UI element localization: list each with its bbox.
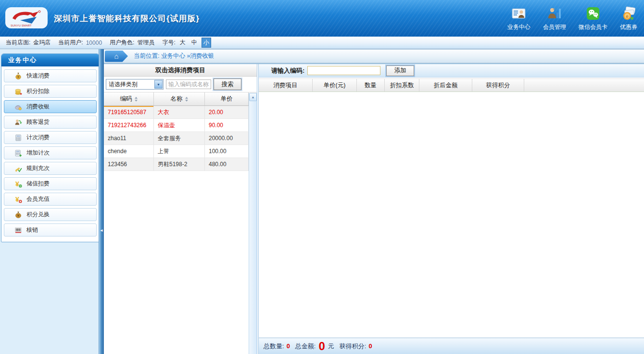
font-size-large-button[interactable]: 大 xyxy=(178,38,187,47)
add-button[interactable]: 添加 xyxy=(386,66,414,76)
company-logo-icon: SUNYU SMART xyxy=(5,7,48,30)
column-header-code[interactable]: 编码 xyxy=(104,92,154,105)
cell-code: 123456 xyxy=(104,158,154,171)
product-search-input[interactable] xyxy=(166,79,211,89)
sidebar-item-verify[interactable]: 核销 xyxy=(4,223,97,236)
column-header-price[interactable]: 单价 xyxy=(205,92,249,105)
barcode-icon xyxy=(14,226,22,234)
sidebar-item-label: 会员充值 xyxy=(26,195,50,203)
search-button[interactable]: 搜索 xyxy=(214,79,241,90)
column-header-name[interactable]: 名称 xyxy=(154,92,205,105)
column-header-spacer xyxy=(524,79,644,92)
column-header-points: 获得积分 xyxy=(472,79,524,92)
nav-business-center[interactable]: 业务中心 xyxy=(507,5,530,31)
sidebar-item-add-count[interactable]: 增加计次 xyxy=(4,146,97,159)
sidebar-item-label: 储值扣费 xyxy=(26,180,50,188)
brand: SUNYU SMART 深圳市上誉智能科技有限公司{试用版} xyxy=(5,7,200,30)
yen-recharge-icon: ¥ xyxy=(14,196,22,203)
sidebar-item-member-recharge[interactable]: ¥ 会员充值 xyxy=(4,193,97,206)
product-panel: 双击选择消费项目 请选择类别 ▼ 搜索 编码 xyxy=(104,64,257,354)
cashier-icon xyxy=(14,103,22,111)
cell-name: 保温壶 xyxy=(154,119,205,132)
top-nav: 业务中心 会员管理 xyxy=(507,5,637,31)
sidebar-item-stored-value-deduct[interactable]: ¥ 储值扣费 xyxy=(4,177,97,190)
nav-wechat-card[interactable]: 微信会员卡 xyxy=(579,5,607,31)
cell-code: chende xyxy=(104,145,154,158)
category-select-value: 请选择类别 xyxy=(109,80,138,89)
calculator-plus-icon xyxy=(14,149,22,157)
nav-coupon[interactable]: e 优惠券 xyxy=(620,5,637,31)
sidebar-menu: ¥ 快速消费 积分扣除 消费收银 顾客退货 xyxy=(1,66,99,236)
chevron-down-icon: ▼ xyxy=(154,80,163,89)
store-label: 当前店面: xyxy=(6,39,30,47)
customer-return-icon xyxy=(14,118,22,126)
earned-points-value: 0 xyxy=(368,342,372,350)
earned-points-label: 获得积分: xyxy=(340,342,366,351)
sidebar-item-points-deduct[interactable]: 积分扣除 xyxy=(4,85,97,98)
wechat-card-icon xyxy=(585,5,601,22)
svg-text:¥: ¥ xyxy=(17,214,19,217)
sidebar-item-label: 消费收银 xyxy=(26,103,50,111)
product-table-header: 编码 名称 单价 xyxy=(104,92,249,106)
nav-member-management[interactable]: 会员管理 xyxy=(543,5,566,31)
member-management-icon xyxy=(546,5,563,22)
column-label: 单价 xyxy=(221,95,233,103)
table-row[interactable]: 123456 男鞋5198-2 480.00 xyxy=(104,158,249,171)
cell-price: 20.00 xyxy=(205,106,249,119)
vertical-scrollbar[interactable]: ▲ xyxy=(249,93,257,354)
sidebar-item-points-exchange[interactable]: ¥ 积分兑换 xyxy=(4,208,97,221)
table-row[interactable]: 719212743266 保温壶 90.00 xyxy=(104,119,249,132)
total-amount-unit: 元 xyxy=(328,342,334,351)
cell-name: 全套服务 xyxy=(154,132,205,145)
sidebar-item-count-consume[interactable]: 计次消费 xyxy=(4,131,97,144)
font-size-small-button[interactable]: 小 xyxy=(202,38,211,48)
cell-name: 大衣 xyxy=(154,106,205,119)
column-label: 名称 xyxy=(171,95,183,103)
cell-price: 480.00 xyxy=(205,158,249,171)
cell-name: 男鞋5198-2 xyxy=(154,158,205,171)
total-amount-label: 总金额: xyxy=(295,342,316,351)
column-header-item: 消费项目 xyxy=(259,79,313,92)
product-table-empty-area xyxy=(104,171,257,354)
sidebar-item-quick-consume[interactable]: ¥ 快速消费 xyxy=(4,69,97,82)
svg-text:¥: ¥ xyxy=(15,180,19,188)
points-exchange-icon: ¥ xyxy=(14,211,22,219)
cell-name: 上誉 xyxy=(154,145,205,158)
nav-label: 微信会员卡 xyxy=(579,23,607,31)
column-label: 编码 xyxy=(120,95,132,103)
table-row[interactable]: zhao11 全套服务 20000.00 xyxy=(104,132,249,145)
scroll-up-button[interactable]: ▲ xyxy=(249,93,257,101)
svg-text:SUNYU SMART: SUNYU SMART xyxy=(11,24,32,27)
cart-table-empty-area xyxy=(259,92,644,338)
sidebar-item-rule-recharge[interactable]: 规则充次 xyxy=(4,162,97,175)
column-header-discounted-amount: 折后金额 xyxy=(419,79,472,92)
cell-price: 20000.00 xyxy=(205,132,249,145)
sidebar-item-label: 增加计次 xyxy=(26,149,50,157)
calculator-icon xyxy=(14,134,22,142)
sort-icon xyxy=(135,97,138,102)
sidebar-item-label: 顾客退货 xyxy=(26,118,50,126)
column-header-discount: 折扣系数 xyxy=(385,79,419,92)
page-title: 深圳市上誉智能科技有限公司{试用版} xyxy=(54,13,200,24)
sidebar-item-customer-return[interactable]: 顾客退货 xyxy=(4,116,97,129)
sidebar: 业务中心 ¥ 快速消费 积分扣除 消费收银 xyxy=(0,49,104,354)
main-content: ⌂ 当前位置: 业务中心 »消费收银 双击选择消费项目 请选择类别 ▼ 搜索 xyxy=(104,49,644,354)
font-size-medium-button[interactable]: 中 xyxy=(190,38,199,47)
table-row[interactable]: 719165120587 大衣 20.00 xyxy=(104,106,249,119)
code-input[interactable] xyxy=(307,66,380,75)
svg-text:¥: ¥ xyxy=(15,196,19,203)
product-filter-bar: 请选择类别 ▼ 搜索 xyxy=(104,77,257,92)
sort-icon xyxy=(185,97,188,102)
sidebar-item-cashier[interactable]: 消费收银 xyxy=(4,100,97,113)
category-select[interactable]: 请选择类别 ▼ xyxy=(106,79,164,90)
body: 业务中心 ¥ 快速消费 积分扣除 消费收银 xyxy=(0,49,644,354)
table-row[interactable]: chende 上誉 100.00 xyxy=(104,145,249,158)
sidebar-item-label: 积分兑换 xyxy=(26,210,50,219)
total-qty-value: 0 xyxy=(287,342,290,350)
column-header-quantity: 数量 xyxy=(357,79,385,92)
breadcrumb: ⌂ 当前位置: 业务中心 »消费收银 xyxy=(104,49,644,64)
sidebar-collapse-bar[interactable]: ◄ xyxy=(99,49,104,354)
sidebar-item-label: 计次消费 xyxy=(26,133,50,142)
home-button[interactable]: ⌂ xyxy=(105,51,128,62)
cart-table-header: 消费项目 单价(元) 数量 折扣系数 折后金额 获得积分 xyxy=(259,79,644,92)
